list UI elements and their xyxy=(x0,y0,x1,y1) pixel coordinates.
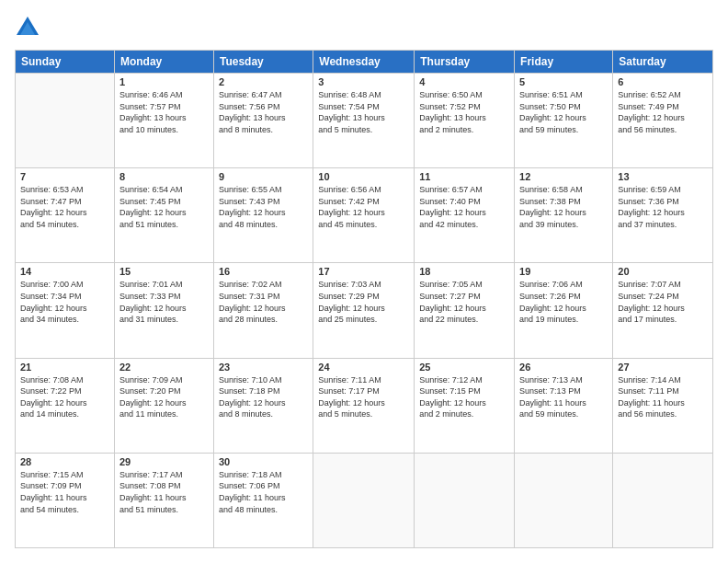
day-info: Sunrise: 6:53 AM Sunset: 7:47 PM Dayligh… xyxy=(20,184,109,230)
calendar-cell: 10Sunrise: 6:56 AM Sunset: 7:42 PM Dayli… xyxy=(313,168,415,263)
day-info: Sunrise: 7:14 AM Sunset: 7:11 PM Dayligh… xyxy=(618,374,708,420)
col-header-saturday: Saturday xyxy=(613,51,713,74)
day-number: 25 xyxy=(419,362,509,373)
calendar-cell: 8Sunrise: 6:54 AM Sunset: 7:45 PM Daylig… xyxy=(114,168,213,263)
calendar-cell: 7Sunrise: 6:53 AM Sunset: 7:47 PM Daylig… xyxy=(16,168,115,263)
col-header-friday: Friday xyxy=(515,51,613,74)
day-info: Sunrise: 6:47 AM Sunset: 7:56 PM Dayligh… xyxy=(219,89,308,135)
header-row: SundayMondayTuesdayWednesdayThursdayFrid… xyxy=(16,51,713,74)
day-info: Sunrise: 6:58 AM Sunset: 7:38 PM Dayligh… xyxy=(519,184,608,230)
calendar-cell: 14Sunrise: 7:00 AM Sunset: 7:34 PM Dayli… xyxy=(16,263,115,358)
week-row-3: 14Sunrise: 7:00 AM Sunset: 7:34 PM Dayli… xyxy=(16,263,713,358)
week-row-4: 21Sunrise: 7:08 AM Sunset: 7:22 PM Dayli… xyxy=(16,358,713,453)
logo xyxy=(15,15,44,40)
day-number: 16 xyxy=(219,266,308,277)
calendar-cell: 19Sunrise: 7:06 AM Sunset: 7:26 PM Dayli… xyxy=(515,263,613,358)
calendar-cell: 27Sunrise: 7:14 AM Sunset: 7:11 PM Dayli… xyxy=(613,358,713,453)
week-row-1: 1Sunrise: 6:46 AM Sunset: 7:57 PM Daylig… xyxy=(16,74,713,168)
day-info: Sunrise: 6:48 AM Sunset: 7:54 PM Dayligh… xyxy=(318,89,409,135)
day-info: Sunrise: 6:54 AM Sunset: 7:45 PM Dayligh… xyxy=(119,184,209,230)
day-number: 3 xyxy=(318,76,409,87)
calendar-cell: 17Sunrise: 7:03 AM Sunset: 7:29 PM Dayli… xyxy=(313,263,415,358)
day-info: Sunrise: 7:17 AM Sunset: 7:08 PM Dayligh… xyxy=(119,469,209,515)
calendar-cell: 21Sunrise: 7:08 AM Sunset: 7:22 PM Dayli… xyxy=(16,358,115,453)
day-info: Sunrise: 6:57 AM Sunset: 7:40 PM Dayligh… xyxy=(419,184,509,230)
calendar-cell: 9Sunrise: 6:55 AM Sunset: 7:43 PM Daylig… xyxy=(213,168,313,263)
day-number: 15 xyxy=(119,266,209,277)
calendar-cell: 24Sunrise: 7:11 AM Sunset: 7:17 PM Dayli… xyxy=(313,358,415,453)
day-info: Sunrise: 6:51 AM Sunset: 7:50 PM Dayligh… xyxy=(519,89,608,135)
calendar-cell xyxy=(16,74,115,168)
day-info: Sunrise: 7:10 AM Sunset: 7:18 PM Dayligh… xyxy=(219,374,308,420)
day-number: 29 xyxy=(119,456,209,467)
day-info: Sunrise: 7:05 AM Sunset: 7:27 PM Dayligh… xyxy=(419,279,509,325)
col-header-wednesday: Wednesday xyxy=(313,51,415,74)
day-info: Sunrise: 6:56 AM Sunset: 7:42 PM Dayligh… xyxy=(318,184,409,230)
calendar-cell: 12Sunrise: 6:58 AM Sunset: 7:38 PM Dayli… xyxy=(515,168,613,263)
day-number: 23 xyxy=(219,362,308,373)
day-number: 1 xyxy=(119,76,209,87)
calendar-cell: 26Sunrise: 7:13 AM Sunset: 7:13 PM Dayli… xyxy=(515,358,613,453)
day-number: 8 xyxy=(119,171,209,182)
day-number: 11 xyxy=(419,171,509,182)
day-info: Sunrise: 7:01 AM Sunset: 7:33 PM Dayligh… xyxy=(119,279,209,325)
calendar-cell: 20Sunrise: 7:07 AM Sunset: 7:24 PM Dayli… xyxy=(613,263,713,358)
day-info: Sunrise: 7:06 AM Sunset: 7:26 PM Dayligh… xyxy=(519,279,608,325)
day-number: 28 xyxy=(20,456,109,467)
day-info: Sunrise: 7:07 AM Sunset: 7:24 PM Dayligh… xyxy=(618,279,708,325)
day-info: Sunrise: 6:50 AM Sunset: 7:52 PM Dayligh… xyxy=(419,89,509,135)
day-info: Sunrise: 7:12 AM Sunset: 7:15 PM Dayligh… xyxy=(419,374,509,420)
calendar-cell: 3Sunrise: 6:48 AM Sunset: 7:54 PM Daylig… xyxy=(313,74,415,168)
calendar-cell: 18Sunrise: 7:05 AM Sunset: 7:27 PM Dayli… xyxy=(415,263,515,358)
calendar-cell xyxy=(613,453,713,547)
col-header-monday: Monday xyxy=(114,51,213,74)
day-number: 27 xyxy=(618,362,708,373)
calendar-cell: 29Sunrise: 7:17 AM Sunset: 7:08 PM Dayli… xyxy=(114,453,213,547)
day-info: Sunrise: 7:15 AM Sunset: 7:09 PM Dayligh… xyxy=(20,469,109,515)
day-info: Sunrise: 6:55 AM Sunset: 7:43 PM Dayligh… xyxy=(219,184,308,230)
day-number: 17 xyxy=(318,266,409,277)
calendar-cell: 13Sunrise: 6:59 AM Sunset: 7:36 PM Dayli… xyxy=(613,168,713,263)
day-number: 19 xyxy=(519,266,608,277)
calendar-table: SundayMondayTuesdayWednesdayThursdayFrid… xyxy=(15,50,713,548)
calendar-cell: 1Sunrise: 6:46 AM Sunset: 7:57 PM Daylig… xyxy=(114,74,213,168)
day-info: Sunrise: 7:00 AM Sunset: 7:34 PM Dayligh… xyxy=(20,279,109,325)
day-info: Sunrise: 6:52 AM Sunset: 7:49 PM Dayligh… xyxy=(618,89,708,135)
col-header-sunday: Sunday xyxy=(16,51,115,74)
day-number: 4 xyxy=(419,76,509,87)
week-row-2: 7Sunrise: 6:53 AM Sunset: 7:47 PM Daylig… xyxy=(16,168,713,263)
day-number: 6 xyxy=(618,76,708,87)
day-number: 12 xyxy=(519,171,608,182)
day-number: 7 xyxy=(20,171,109,182)
day-number: 20 xyxy=(618,266,708,277)
calendar-cell: 5Sunrise: 6:51 AM Sunset: 7:50 PM Daylig… xyxy=(515,74,613,168)
day-number: 2 xyxy=(219,76,308,87)
calendar-cell xyxy=(415,453,515,547)
col-header-thursday: Thursday xyxy=(415,51,515,74)
day-info: Sunrise: 7:18 AM Sunset: 7:06 PM Dayligh… xyxy=(219,469,308,515)
col-header-tuesday: Tuesday xyxy=(213,51,313,74)
calendar-cell: 22Sunrise: 7:09 AM Sunset: 7:20 PM Dayli… xyxy=(114,358,213,453)
calendar-cell: 15Sunrise: 7:01 AM Sunset: 7:33 PM Dayli… xyxy=(114,263,213,358)
calendar-cell: 30Sunrise: 7:18 AM Sunset: 7:06 PM Dayli… xyxy=(213,453,313,547)
day-info: Sunrise: 7:09 AM Sunset: 7:20 PM Dayligh… xyxy=(119,374,209,420)
day-number: 30 xyxy=(219,456,308,467)
day-info: Sunrise: 6:59 AM Sunset: 7:36 PM Dayligh… xyxy=(618,184,708,230)
calendar-cell: 25Sunrise: 7:12 AM Sunset: 7:15 PM Dayli… xyxy=(415,358,515,453)
day-number: 5 xyxy=(519,76,608,87)
header xyxy=(15,15,713,40)
day-info: Sunrise: 7:08 AM Sunset: 7:22 PM Dayligh… xyxy=(20,374,109,420)
day-info: Sunrise: 6:46 AM Sunset: 7:57 PM Dayligh… xyxy=(119,89,209,135)
day-number: 14 xyxy=(20,266,109,277)
day-number: 22 xyxy=(119,362,209,373)
calendar-cell: 4Sunrise: 6:50 AM Sunset: 7:52 PM Daylig… xyxy=(415,74,515,168)
day-number: 21 xyxy=(20,362,109,373)
day-number: 9 xyxy=(219,171,308,182)
calendar-cell: 6Sunrise: 6:52 AM Sunset: 7:49 PM Daylig… xyxy=(613,74,713,168)
calendar-cell: 23Sunrise: 7:10 AM Sunset: 7:18 PM Dayli… xyxy=(213,358,313,453)
calendar-cell: 2Sunrise: 6:47 AM Sunset: 7:56 PM Daylig… xyxy=(213,74,313,168)
day-info: Sunrise: 7:03 AM Sunset: 7:29 PM Dayligh… xyxy=(318,279,409,325)
calendar-cell xyxy=(515,453,613,547)
day-info: Sunrise: 7:11 AM Sunset: 7:17 PM Dayligh… xyxy=(318,374,409,420)
day-number: 18 xyxy=(419,266,509,277)
